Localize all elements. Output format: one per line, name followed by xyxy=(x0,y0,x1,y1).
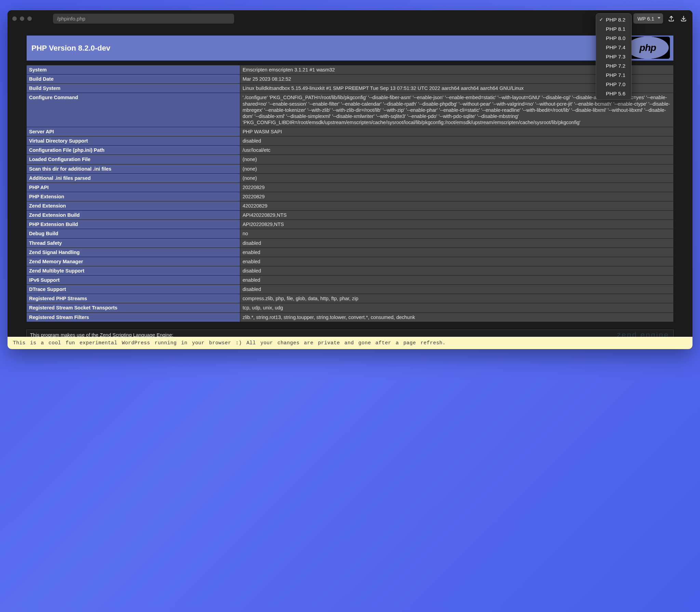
info-key: Thread Safety xyxy=(27,238,240,248)
table-row: Additional .ini files parsed(none) xyxy=(27,173,674,183)
table-row: Scan this dir for additional .ini files(… xyxy=(27,164,674,173)
info-value: zlib.*, string.rot13, string.toupper, st… xyxy=(240,312,673,322)
table-row: Debug Buildno xyxy=(27,229,674,238)
info-key: Zend Extension Build xyxy=(27,211,240,220)
table-row: Zend Multibyte Supportdisabled xyxy=(27,266,674,275)
table-row: DTrace Supportdisabled xyxy=(27,285,674,294)
minimize-window-dot[interactable] xyxy=(20,16,24,21)
info-key: Zend Signal Handling xyxy=(27,248,240,257)
table-row: Build DateMar 25 2023 08:12:52 xyxy=(27,75,674,84)
table-row: Registered Stream Filterszlib.*, string.… xyxy=(27,312,674,322)
table-row: Thread Safetydisabled xyxy=(27,238,674,248)
info-key: PHP Extension xyxy=(27,192,240,201)
table-row: IPv6 Supportenabled xyxy=(27,276,674,285)
info-value: PHP WASM SAPI xyxy=(240,127,673,136)
info-value: compress.zlib, php, file, glob, data, ht… xyxy=(240,294,673,303)
info-key: Configure Command xyxy=(27,93,240,127)
php-version-option[interactable]: PHP 5.6 xyxy=(596,89,631,98)
php-version-selector[interactable]: PHP 8.2 PHP 8.2PHP 8.1PHP 8.0PHP 7.4PHP … xyxy=(597,13,629,24)
info-banner: This is a cool fun experimental WordPres… xyxy=(8,337,692,349)
php-version-option[interactable]: PHP 7.0 xyxy=(596,80,631,89)
maximize-window-dot[interactable] xyxy=(27,16,32,21)
table-row: PHP Extension20220829 xyxy=(27,192,674,201)
content-area: PHP Version 8.2.0-dev php SystemEmscript… xyxy=(8,27,692,349)
info-key: Registered Stream Filters xyxy=(27,312,240,322)
php-version-dropdown: PHP 8.2PHP 8.1PHP 8.0PHP 7.4PHP 7.3PHP 7… xyxy=(596,13,632,100)
table-row: PHP API20220829 xyxy=(27,183,674,192)
table-row: Build SystemLinux buildkitsandbox 5.15.4… xyxy=(27,84,674,93)
info-key: Scan this dir for additional .ini files xyxy=(27,164,240,173)
info-key: Build Date xyxy=(27,75,240,84)
close-window-dot[interactable] xyxy=(12,16,17,21)
info-key: Configuration File (php.ini) Path xyxy=(27,146,240,155)
info-key: Registered PHP Streams xyxy=(27,294,240,303)
address-input[interactable] xyxy=(53,14,234,24)
info-value: 20220829 xyxy=(240,183,673,192)
info-key: DTrace Support xyxy=(27,285,240,294)
info-value: API20220829,NTS xyxy=(240,220,673,229)
table-row: Zend Extension420220829 xyxy=(27,201,674,211)
info-value: disabled xyxy=(240,266,673,275)
wp-version-label: WP 6.1 xyxy=(637,16,654,22)
info-value: disabled xyxy=(240,238,673,248)
info-key: Zend Extension xyxy=(27,201,240,211)
table-row: Registered Stream Socket Transportstcp, … xyxy=(27,303,674,312)
table-row: PHP Extension BuildAPI20220829,NTS xyxy=(27,220,674,229)
info-key: Build System xyxy=(27,84,240,93)
info-value: (none) xyxy=(240,173,673,183)
table-row: SystemEmscripten emscripten 3.1.21 #1 wa… xyxy=(27,65,674,75)
info-value: enabled xyxy=(240,276,673,285)
info-key: Zend Memory Manager xyxy=(27,257,240,266)
phpinfo-table: SystemEmscripten emscripten 3.1.21 #1 wa… xyxy=(26,65,674,322)
table-row: Loaded Configuration File(none) xyxy=(27,155,674,164)
toolbar: PHP 8.2 PHP 8.2PHP 8.1PHP 8.0PHP 7.4PHP … xyxy=(8,10,692,27)
table-row: Registered PHP Streamscompress.zlib, php… xyxy=(27,294,674,303)
info-key: Server API xyxy=(27,127,240,136)
page-title: PHP Version 8.2.0-dev xyxy=(31,44,110,53)
table-row: Zend Signal Handlingenabled xyxy=(27,248,674,257)
php-version-option[interactable]: PHP 7.3 xyxy=(596,52,631,61)
info-key: Virtual Directory Support xyxy=(27,136,240,146)
table-row: Zend Memory Managerenabled xyxy=(27,257,674,266)
info-key: Registered Stream Socket Transports xyxy=(27,303,240,312)
info-value: /usr/local/etc xyxy=(240,146,673,155)
info-key: PHP Extension Build xyxy=(27,220,240,229)
php-version-option[interactable]: PHP 8.2 xyxy=(596,15,631,24)
php-version-option[interactable]: PHP 7.2 xyxy=(596,61,631,70)
info-value: no xyxy=(240,229,673,238)
php-version-option[interactable]: PHP 7.1 xyxy=(596,70,631,80)
info-value: tcp, udp, unix, udg xyxy=(240,303,673,312)
table-row: Server APIPHP WASM SAPI xyxy=(27,127,674,136)
download-icon[interactable] xyxy=(679,14,688,23)
php-logo: php xyxy=(625,37,670,59)
info-value: enabled xyxy=(240,257,673,266)
info-value: disabled xyxy=(240,136,673,146)
info-value: (none) xyxy=(240,155,673,164)
info-key: Additional .ini files parsed xyxy=(27,173,240,183)
window-controls xyxy=(12,16,32,21)
info-key: Loaded Configuration File xyxy=(27,155,240,164)
upload-icon[interactable] xyxy=(667,14,675,23)
phpinfo-header: PHP Version 8.2.0-dev php xyxy=(26,35,674,61)
php-version-option[interactable]: PHP 8.1 xyxy=(596,24,631,34)
info-value: API420220829,NTS xyxy=(240,211,673,220)
info-key: System xyxy=(27,65,240,75)
info-key: PHP API xyxy=(27,183,240,192)
php-version-option[interactable]: PHP 8.0 xyxy=(596,34,631,43)
table-row: Configure Command'./configure' 'PKG_CONF… xyxy=(27,93,674,127)
php-logo-text: php xyxy=(640,42,656,53)
info-value: 20220829 xyxy=(240,192,673,201)
info-key: IPv6 Support xyxy=(27,276,240,285)
info-value: enabled xyxy=(240,248,673,257)
info-value: disabled xyxy=(240,285,673,294)
table-row: Configuration File (php.ini) Path/usr/lo… xyxy=(27,146,674,155)
table-row: Virtual Directory Supportdisabled xyxy=(27,136,674,146)
info-value: (none) xyxy=(240,164,673,173)
info-value: 420220829 xyxy=(240,201,673,211)
app-window: PHP 8.2 PHP 8.2PHP 8.1PHP 8.0PHP 7.4PHP … xyxy=(8,10,692,349)
table-row: Zend Extension BuildAPI420220829,NTS xyxy=(27,211,674,220)
info-key: Zend Multibyte Support xyxy=(27,266,240,275)
info-key: Debug Build xyxy=(27,229,240,238)
php-version-option[interactable]: PHP 7.4 xyxy=(596,43,631,52)
wp-version-selector[interactable]: WP 6.1 xyxy=(633,13,663,24)
